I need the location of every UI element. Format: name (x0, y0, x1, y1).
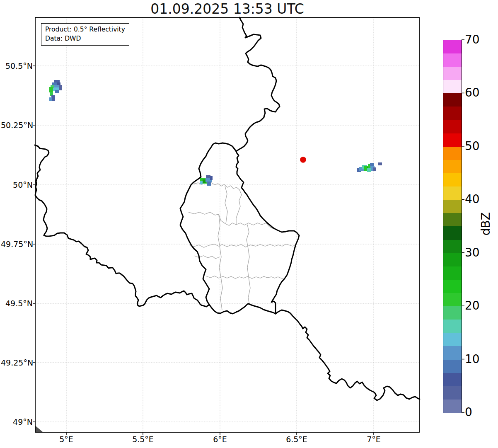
colorbar-tick-label: 50 (465, 139, 494, 153)
radar-figure: { "title": "01.09.2025 13:53 UTC", "info… (0, 0, 498, 448)
colorbar-segment (443, 133, 462, 147)
colorbar-segment (443, 306, 462, 320)
colorbar-segment (443, 53, 462, 67)
radar-echo-pixel (57, 82, 60, 85)
colorbar-segment (443, 173, 462, 186)
colorbar-segment (443, 40, 462, 53)
y-tick-label: 50.5°N (1, 61, 33, 71)
x-tick-label: 5°E (41, 434, 91, 444)
radar-echo-pixel (203, 179, 206, 183)
radar-echo-pixel (51, 95, 55, 101)
colorbar-segment (443, 320, 462, 333)
radar-echo-pixel (53, 85, 60, 88)
x-tick-label: 7°E (349, 434, 399, 444)
colorbar-segment (443, 213, 462, 226)
radar-echo-pixel (373, 167, 376, 171)
radar-echo-pixel (55, 90, 59, 93)
radar-echo-pixel (49, 87, 53, 92)
colorbar-axis-label: dBZ (479, 212, 493, 235)
colorbar-segment (443, 373, 462, 386)
colorbar-tick-label: 70 (465, 33, 494, 47)
radar-map (0, 0, 498, 448)
radar-echo-pixel (206, 175, 210, 178)
radar-echo-pixel (367, 168, 371, 172)
colorbar-segment (443, 160, 462, 173)
colorbar-segment (443, 400, 462, 413)
y-tick-label: 50.25°N (1, 120, 33, 130)
colorbar-tick-label: 60 (465, 86, 494, 100)
colorbar-segment (443, 80, 462, 93)
radar-echo-pixel (370, 163, 374, 166)
y-tick-label: 49.5°N (1, 298, 33, 308)
radar-echo-pixel (49, 97, 52, 101)
product-info-line2: Data: DWD (45, 34, 125, 43)
colorbar-segment (443, 293, 462, 306)
colorbar-segment (443, 360, 462, 373)
colorbar-segment (443, 240, 462, 253)
radar-site-dot (300, 157, 306, 163)
radar-echo-pixel (200, 181, 203, 184)
colorbar-segment (443, 346, 462, 359)
y-tick-label: 49.75°N (1, 239, 33, 249)
colorbar-segment (443, 67, 462, 80)
colorbar-segment (443, 186, 462, 200)
colorbar-tick-label: 20 (465, 299, 494, 313)
colorbar-tick-label: 30 (465, 246, 494, 260)
colorbar-segment (443, 333, 462, 346)
product-info-box: Product: 0.5° Reflectivity Data: DWD (41, 23, 129, 46)
radar-echo-pixel (378, 162, 382, 165)
colorbar-tick-label: 40 (465, 192, 494, 206)
colorbar-segment (443, 93, 462, 107)
y-tick-label: 50°N (1, 180, 33, 190)
x-tick-label: 5.5°E (118, 434, 168, 444)
colorbar-segment (443, 200, 462, 213)
colorbar-segment (443, 147, 462, 160)
colorbar-segment (443, 226, 462, 240)
colorbar-segment (443, 386, 462, 400)
colorbar-segment (443, 266, 462, 280)
radar-echo-pixel (207, 182, 211, 186)
colorbar-segment (443, 120, 462, 133)
y-tick-label: 49.25°N (1, 358, 33, 368)
colorbar (443, 40, 462, 413)
radar-echo-pixel (54, 80, 60, 83)
colorbar-segment (443, 253, 462, 266)
x-tick-label: 6°E (195, 434, 245, 444)
y-tick-label: 49°N (1, 417, 33, 427)
colorbar-segment (443, 280, 462, 293)
colorbar-segment (443, 107, 462, 120)
colorbar-tick-label: 10 (465, 352, 494, 366)
x-tick-label: 6.5°E (272, 434, 322, 444)
product-info-line1: Product: 0.5° Reflectivity (45, 25, 125, 34)
radar-echo-pixel (210, 176, 213, 180)
radar-echo-pixel (59, 85, 62, 90)
colorbar-tick-label: 0 (465, 405, 494, 419)
